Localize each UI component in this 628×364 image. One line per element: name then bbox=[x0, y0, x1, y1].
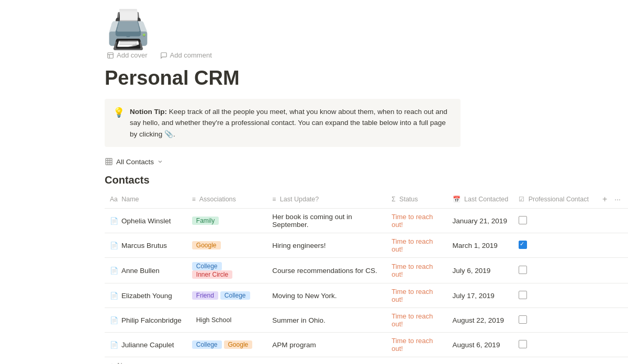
last-contacted-cell: August 22, 2019 bbox=[447, 308, 514, 333]
page-container: 🖨️ Add cover Add comment Personal CRM 💡 … bbox=[0, 0, 628, 364]
row-doc-icon: 📄 bbox=[110, 316, 118, 324]
status-cell: Time to reach out! bbox=[386, 333, 447, 357]
professional-contact-cell[interactable] bbox=[513, 233, 594, 258]
name-cell[interactable]: 📄 Ophelia Winslet bbox=[105, 209, 187, 233]
associations-cell[interactable]: Family bbox=[187, 209, 267, 233]
name-cell[interactable]: 📄 Elizabeth Young bbox=[105, 283, 187, 308]
view-selector[interactable]: All Contacts bbox=[105, 157, 628, 166]
tip-body: Keep track of all the people you meet, w… bbox=[130, 108, 447, 138]
name-cell[interactable]: 📄 Julianne Capulet bbox=[105, 333, 187, 357]
tip-text: Notion Tip: Keep track of all the people… bbox=[130, 106, 452, 140]
new-row-button[interactable]: + New bbox=[105, 357, 628, 364]
associations-cell[interactable]: Google bbox=[187, 233, 267, 258]
col-professional[interactable]: ☑ Professional Contact bbox=[513, 190, 594, 209]
page-title: Personal CRM bbox=[105, 66, 628, 90]
professional-contact-cell[interactable] bbox=[513, 308, 594, 333]
checkbox-unchecked[interactable] bbox=[519, 340, 527, 348]
associations-cell[interactable]: FriendCollege bbox=[187, 283, 267, 308]
table-row[interactable]: 📄 Marcus Brutus GoogleHiring engineers!T… bbox=[105, 233, 628, 258]
row-actions-cell bbox=[594, 258, 628, 283]
col-name-icon: Aa bbox=[110, 196, 118, 203]
col-update-icon: ≡ bbox=[272, 196, 276, 203]
row-actions-cell bbox=[594, 233, 628, 258]
contact-name: Anne Bullen bbox=[121, 267, 160, 275]
contacts-table: Aa Name ≡ Associations ≡ Last Update? Σ … bbox=[105, 190, 628, 357]
col-update-label: Last Update? bbox=[280, 196, 319, 203]
checkbox-unchecked[interactable] bbox=[519, 315, 527, 324]
tag-family[interactable]: Family bbox=[192, 217, 219, 225]
col-contacted-icon: 📅 bbox=[453, 196, 461, 203]
last-update-cell: Hiring engineers! bbox=[267, 233, 386, 258]
row-actions-cell bbox=[594, 209, 628, 233]
page-emoji: 🖨️ bbox=[105, 10, 628, 48]
associations-cell[interactable]: CollegeGoogle bbox=[187, 333, 267, 357]
table-row[interactable]: 📄 Ophelia Winslet FamilyHer book is comi… bbox=[105, 209, 628, 233]
checkbox-unchecked[interactable] bbox=[519, 216, 527, 224]
new-row-plus: + bbox=[110, 361, 114, 364]
row-doc-icon: 📄 bbox=[110, 217, 118, 225]
column-options-button[interactable]: ··· bbox=[612, 194, 623, 204]
tag-google[interactable]: Google bbox=[192, 241, 221, 249]
col-name-label: Name bbox=[121, 196, 139, 203]
tag-google[interactable]: Google bbox=[224, 340, 253, 349]
last-update-cell: Her book is coming out in September. bbox=[267, 209, 386, 233]
col-professional-icon: ☑ bbox=[519, 196, 524, 203]
last-update-cell: Summer in Ohio. bbox=[267, 308, 386, 333]
table-row[interactable]: 📄 Elizabeth Young FriendCollegeMoving to… bbox=[105, 283, 628, 308]
tag-inner-circle[interactable]: Inner Circle bbox=[192, 270, 232, 279]
table-row[interactable]: 📄 Anne Bullen CollegeInner CircleCourse … bbox=[105, 258, 628, 283]
add-cover-button[interactable]: Add cover bbox=[105, 50, 150, 60]
name-cell[interactable]: 📄 Anne Bullen bbox=[105, 258, 187, 283]
contact-name: Marcus Brutus bbox=[121, 242, 167, 249]
name-cell[interactable]: 📄 Marcus Brutus bbox=[105, 233, 187, 258]
row-doc-icon: 📄 bbox=[110, 267, 118, 275]
last-update-cell: APM program bbox=[267, 333, 386, 357]
col-professional-label: Professional Contact bbox=[529, 196, 589, 203]
last-contacted-cell: January 21, 2019 bbox=[447, 209, 514, 233]
associations-cell[interactable]: CollegeInner Circle bbox=[187, 258, 267, 283]
tag-college[interactable]: College bbox=[220, 291, 250, 300]
row-actions-cell bbox=[594, 283, 628, 308]
last-update-cell: Course recommendations for CS. bbox=[267, 258, 386, 283]
associations-cell[interactable]: High School bbox=[187, 308, 267, 333]
add-column-button[interactable]: + bbox=[599, 194, 610, 205]
tag-college[interactable]: College bbox=[192, 262, 222, 270]
chevron-down-icon bbox=[157, 158, 163, 165]
last-contacted-cell: July 6, 2019 bbox=[447, 258, 514, 283]
section-title: Contacts bbox=[105, 174, 628, 186]
table-header-row: Aa Name ≡ Associations ≡ Last Update? Σ … bbox=[105, 190, 628, 209]
professional-contact-cell[interactable] bbox=[513, 209, 594, 233]
last-contacted-cell: July 17, 2019 bbox=[447, 283, 514, 308]
row-doc-icon: 📄 bbox=[110, 341, 118, 349]
add-comment-button[interactable]: Add comment bbox=[158, 50, 214, 60]
professional-contact-cell[interactable] bbox=[513, 333, 594, 357]
professional-contact-cell[interactable] bbox=[513, 283, 594, 308]
col-status[interactable]: Σ Status bbox=[386, 190, 447, 209]
toolbar: Add cover Add comment bbox=[105, 50, 628, 60]
contact-name: Elizabeth Young bbox=[121, 292, 172, 300]
name-cell[interactable]: 📄 Philip Falconbridge bbox=[105, 308, 187, 333]
svg-rect-0 bbox=[108, 52, 114, 58]
checkbox-checked[interactable] bbox=[519, 241, 527, 249]
col-assoc-label: Associations bbox=[199, 196, 236, 203]
professional-contact-cell[interactable] bbox=[513, 258, 594, 283]
col-actions-header: + ··· bbox=[594, 190, 628, 209]
col-name[interactable]: Aa Name bbox=[105, 190, 187, 209]
table-view-icon bbox=[105, 157, 113, 166]
last-update-cell: Moving to New York. bbox=[267, 283, 386, 308]
status-cell: Time to reach out! bbox=[386, 233, 447, 258]
row-doc-icon: 📄 bbox=[110, 292, 118, 300]
tip-bold: Notion Tip: bbox=[130, 108, 167, 116]
col-status-label: Status bbox=[399, 196, 418, 203]
col-associations[interactable]: ≡ Associations bbox=[187, 190, 267, 209]
checkbox-unchecked[interactable] bbox=[519, 266, 527, 274]
table-row[interactable]: 📄 Philip Falconbridge High SchoolSummer … bbox=[105, 308, 628, 333]
status-cell: Time to reach out! bbox=[386, 283, 447, 308]
tag-high-school[interactable]: High School bbox=[192, 316, 236, 324]
tag-college[interactable]: College bbox=[192, 340, 222, 349]
col-last-update[interactable]: ≡ Last Update? bbox=[267, 190, 386, 209]
tag-friend[interactable]: Friend bbox=[192, 291, 218, 300]
col-last-contacted[interactable]: 📅 Last Contacted bbox=[447, 190, 514, 209]
checkbox-unchecked[interactable] bbox=[519, 291, 527, 299]
table-row[interactable]: 📄 Julianne Capulet CollegeGoogleAPM prog… bbox=[105, 333, 628, 357]
